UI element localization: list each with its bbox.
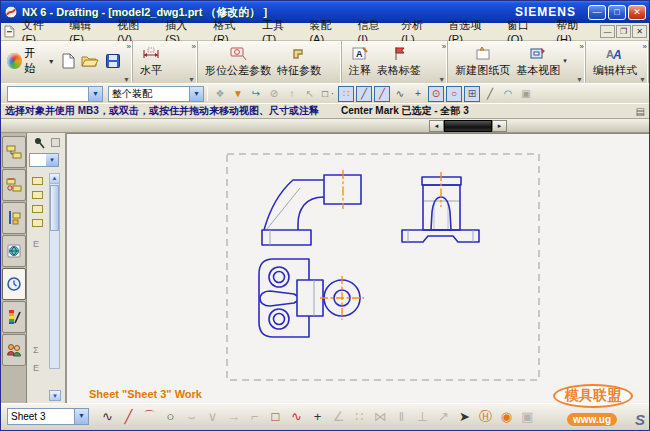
toolbar-overflow-chevron[interactable]: » <box>580 42 584 51</box>
toolbar-overflow-chevron[interactable]: » <box>126 42 130 51</box>
combo-dropdown-arrow-icon[interactable]: ▼ <box>88 87 102 101</box>
assembly-navigator-tab[interactable] <box>2 136 26 168</box>
panel-scrollbar[interactable]: ▲ <box>49 173 60 369</box>
end-point-snap-icon[interactable]: ╱ <box>356 86 372 102</box>
edit-style-button[interactable]: A A 编辑样式 <box>590 43 640 79</box>
pin-icon[interactable] <box>33 137 45 149</box>
solid-face-snap-icon[interactable]: ▣ <box>518 86 534 102</box>
hd3d-tools-tab[interactable] <box>2 301 26 333</box>
part-navigator-tab[interactable] <box>2 202 26 234</box>
clipboard-icon[interactable]: ▤ <box>636 106 645 117</box>
toolbar-options-arrow[interactable]: ▼ <box>576 76 583 83</box>
new-sheet-button[interactable]: 新建图纸页 <box>452 43 513 79</box>
quadrant-snap-icon[interactable]: ○ <box>446 86 462 102</box>
deselect-all-icon[interactable]: ⊘ <box>266 86 282 102</box>
constraint-coin-icon[interactable]: ◉ <box>496 407 517 427</box>
save-button[interactable] <box>102 47 124 75</box>
start-button[interactable]: 开始 ▼ <box>5 47 57 75</box>
base-view-button[interactable]: 基本视图 <box>513 43 563 79</box>
top-view[interactable] <box>259 259 364 337</box>
selection-scope-combo[interactable]: 整个装配 ▼ <box>108 86 204 102</box>
panel-list-item[interactable] <box>32 219 43 227</box>
arc-tool-icon[interactable]: ⌒ <box>139 407 160 427</box>
panel-list-item[interactable] <box>32 191 43 199</box>
scroll-down-arrow-icon[interactable]: ▼ <box>49 390 61 401</box>
select-arrow-icon[interactable]: ↑ <box>284 86 300 102</box>
existing-point-snap-icon[interactable]: ⊞ <box>464 86 480 102</box>
panel-option-button[interactable] <box>51 138 60 147</box>
studio-spline-tool-icon[interactable]: ∿ <box>286 407 307 427</box>
toolbar-options-arrow[interactable]: ▼ <box>188 76 195 83</box>
base-view-dropdown-arrow[interactable]: ▾ <box>563 57 567 65</box>
dock-scrollbar[interactable]: ◂ ▸ <box>429 120 507 132</box>
point-tool-icon[interactable]: + <box>307 407 328 427</box>
mdi-minimize-button[interactable]: — <box>600 25 615 38</box>
history-tab[interactable] <box>2 268 26 300</box>
reuse-library-tab[interactable] <box>2 235 26 267</box>
side-view[interactable] <box>262 170 361 245</box>
panel-list-item[interactable] <box>32 177 43 185</box>
roles-tab[interactable] <box>2 334 26 366</box>
mdi-restore-button[interactable]: ❐ <box>616 25 631 38</box>
combo-dropdown-arrow-icon[interactable]: ▼ <box>189 87 203 101</box>
maximize-button[interactable]: □ <box>608 5 626 20</box>
scrollbar-thumb[interactable] <box>444 120 492 132</box>
new-file-button[interactable] <box>57 47 79 75</box>
gdt-params-button[interactable]: 形位公差参数 <box>202 43 274 79</box>
note-button[interactable]: A 注释 <box>346 43 374 79</box>
scroll-up-arrow-icon[interactable]: ▲ <box>50 174 59 184</box>
combo-dropdown-arrow-icon[interactable]: ▼ <box>46 154 58 166</box>
toolbar-options-arrow[interactable]: ▼ <box>123 76 130 83</box>
front-view[interactable] <box>402 172 479 242</box>
toolbar-overflow-chevron[interactable]: » <box>192 42 196 51</box>
line-tool-icon[interactable]: ╱ <box>118 407 139 427</box>
selection-filter-combo[interactable]: ▼ <box>7 86 103 102</box>
offset-tool-icon[interactable]: ∠ <box>328 407 349 427</box>
mid-point-snap-icon[interactable]: ╱ <box>374 86 390 102</box>
mirror-tool-icon[interactable]: ⋈ <box>370 407 391 427</box>
extend-tool-icon[interactable]: ⌐ <box>244 407 265 427</box>
drawing-canvas[interactable]: Sheet "Sheet 3" Work <box>67 133 650 403</box>
toolbar-overflow-chevron[interactable]: » <box>442 42 446 51</box>
rectangle-select-icon[interactable]: □ · <box>320 86 336 102</box>
feature-params-button[interactable]: 特征参数 <box>274 43 324 79</box>
chamfer-tool-icon[interactable]: ∨ <box>202 407 223 427</box>
start-dropdown-arrow[interactable]: ▼ <box>48 58 55 65</box>
intersection-tool-icon[interactable]: ‖ <box>391 407 412 427</box>
toolbar-options-arrow[interactable]: ▼ <box>639 76 646 83</box>
panel-list-item[interactable] <box>32 205 43 213</box>
trim-tool-icon[interactable]: → <box>223 407 244 427</box>
snap-h-tool-icon[interactable]: Ⓗ <box>475 407 496 427</box>
point-on-curve-snap-icon[interactable]: ∿ <box>392 86 408 102</box>
point-on-arc-snap-icon[interactable]: ◠ <box>500 86 516 102</box>
scroll-left-arrow-icon[interactable]: ◂ <box>429 120 444 132</box>
combo-dropdown-arrow-icon[interactable]: ▼ <box>74 409 88 424</box>
tabular-note-button[interactable]: 表格标签 <box>374 43 424 79</box>
horizontal-dimension-button[interactable]: 水平 <box>137 43 165 79</box>
snap-settings-icon[interactable]: ❖ <box>212 86 228 102</box>
profile-tool-icon[interactable]: ∿ <box>97 407 118 427</box>
undo-selection-icon[interactable]: ↪ <box>248 86 264 102</box>
mdi-close-button[interactable]: ✕ <box>632 25 647 38</box>
selection-filter-icon[interactable]: ▼ <box>230 86 246 102</box>
intersection-snap-icon[interactable]: + <box>410 86 426 102</box>
open-file-button[interactable] <box>79 47 101 75</box>
arc-center-snap-icon[interactable]: ⊙ <box>428 86 444 102</box>
toolbar-options-arrow[interactable]: ▼ <box>438 76 445 83</box>
panel-combo[interactable]: ▼ <box>29 153 59 167</box>
scrollbar-thumb[interactable] <box>50 185 59 231</box>
toolbar-overflow-chevron[interactable]: » <box>643 42 647 51</box>
pattern-tool-icon[interactable]: ∷ <box>349 407 370 427</box>
more-tools-icon[interactable]: ▣ <box>517 407 538 427</box>
pick-cursor-icon[interactable]: ↖ <box>302 86 318 102</box>
derived-line-tool-icon[interactable]: ↗ <box>433 407 454 427</box>
sheet-combo[interactable]: Sheet 3 ▼ <box>7 408 89 425</box>
select-tool-icon[interactable]: ➤ <box>454 407 475 427</box>
close-button[interactable]: ✕ <box>628 5 646 20</box>
project-tool-icon[interactable]: ⊥ <box>412 407 433 427</box>
snap-point-icon[interactable]: ∷ <box>338 86 354 102</box>
circle-tool-icon[interactable]: ○ <box>160 407 181 427</box>
scroll-right-arrow-icon[interactable]: ▸ <box>492 120 507 132</box>
fillet-tool-icon[interactable]: ⌣ <box>181 407 202 427</box>
constraint-navigator-tab[interactable] <box>2 169 26 201</box>
